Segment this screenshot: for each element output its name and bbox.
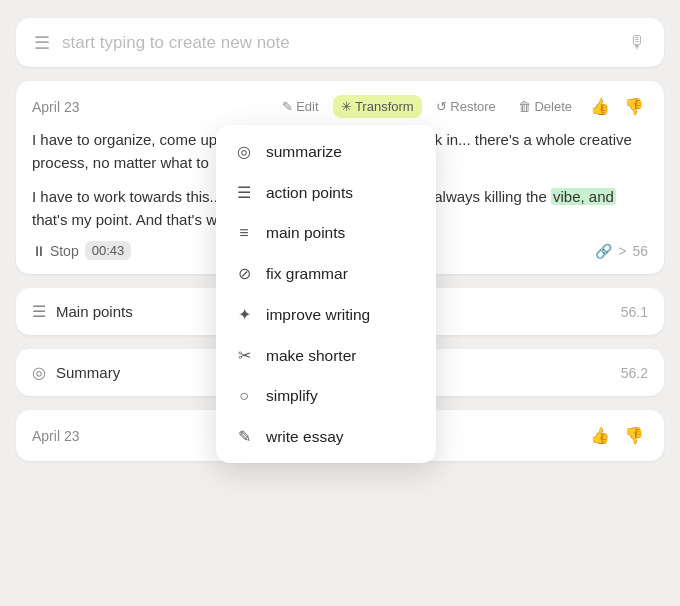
sub-note-left: ☰ Main points	[32, 302, 133, 321]
menu-item-make-shorter[interactable]: ✂make shorter	[216, 335, 436, 376]
stop-icon: ⏸ Stop	[32, 243, 79, 259]
menu-label-improve-writing: improve writing	[266, 306, 370, 324]
menu-icon-main-points: ≡	[234, 224, 254, 242]
summary-icon: ◎	[32, 363, 46, 382]
count-badge: 56	[632, 243, 648, 259]
thumbdown-button[interactable]: 👎	[620, 95, 648, 118]
menu-icon-action-points: ☰	[234, 183, 254, 202]
sub-note-num-2: 56.2	[621, 365, 648, 381]
note-date: April 23	[32, 99, 79, 115]
hamburger-icon: ☰	[34, 34, 50, 52]
thumbup-button[interactable]: 👍	[586, 95, 614, 118]
menu-icon-make-shorter: ✂	[234, 346, 254, 365]
timer-badge: 00:43	[85, 241, 132, 260]
menu-label-action-points: action points	[266, 184, 353, 202]
menu-item-action-points[interactable]: ☰action points	[216, 172, 436, 213]
search-bar[interactable]: ☰ start typing to create new note 🎙	[16, 18, 664, 67]
menu-icon-write-essay: ✎	[234, 427, 254, 446]
highlight-text: vibe, and	[551, 188, 616, 205]
delete-button[interactable]: 🗑 Delete	[510, 95, 580, 118]
menu-icon-fix-grammar: ⊘	[234, 264, 254, 283]
search-placeholder[interactable]: start typing to create new note	[62, 33, 290, 53]
note-header: April 23 ✎ Edit ✳ Transform ↺ Restore 🗑 …	[32, 95, 648, 118]
bottom-card-date: April 23	[32, 428, 79, 444]
arrow-icon: >	[618, 243, 626, 259]
menu-item-fix-grammar[interactable]: ⊘fix grammar	[216, 253, 436, 294]
sub-note-label-2: Summary	[56, 364, 120, 381]
list-icon: ☰	[32, 302, 46, 321]
menu-item-summarize[interactable]: ◎summarize	[216, 131, 436, 172]
note-actions: ✎ Edit ✳ Transform ↺ Restore 🗑 Delete 👍 …	[274, 95, 648, 118]
note-footer-right: 🔗 > 56	[595, 243, 648, 259]
menu-label-make-shorter: make shorter	[266, 347, 356, 365]
menu-label-write-essay: write essay	[266, 428, 344, 446]
menu-icon-simplify: ○	[234, 387, 254, 405]
note-card: April 23 ✎ Edit ✳ Transform ↺ Restore 🗑 …	[16, 81, 664, 274]
menu-item-main-points[interactable]: ≡main points	[216, 213, 436, 253]
menu-label-summarize: summarize	[266, 143, 342, 161]
edit-button[interactable]: ✎ Edit	[274, 95, 327, 118]
bottom-thumbdown-button[interactable]: 👎	[620, 424, 648, 447]
menu-label-main-points: main points	[266, 224, 345, 242]
sub-note-num: 56.1	[621, 304, 648, 320]
menu-item-improve-writing[interactable]: ✦improve writing	[216, 294, 436, 335]
sub-note-left-2: ◎ Summary	[32, 363, 120, 382]
menu-label-simplify: simplify	[266, 387, 318, 405]
menu-icon-summarize: ◎	[234, 142, 254, 161]
menu-label-fix-grammar: fix grammar	[266, 265, 348, 283]
link-icon: 🔗	[595, 243, 612, 259]
menu-item-write-essay[interactable]: ✎write essay	[216, 416, 436, 457]
sub-note-label: Main points	[56, 303, 133, 320]
restore-button[interactable]: ↺ Restore	[428, 95, 504, 118]
transform-button[interactable]: ✳ Transform	[333, 95, 422, 118]
mic-icon[interactable]: 🎙	[628, 32, 646, 53]
search-left: ☰ start typing to create new note	[34, 33, 290, 53]
menu-icon-improve-writing: ✦	[234, 305, 254, 324]
bottom-thumbup-button[interactable]: 👍	[586, 424, 614, 447]
menu-item-simplify[interactable]: ○simplify	[216, 376, 436, 416]
stop-button[interactable]: ⏸ Stop 00:43	[32, 241, 131, 260]
transform-menu: ◎summarize☰action points≡main points⊘fix…	[216, 125, 436, 463]
